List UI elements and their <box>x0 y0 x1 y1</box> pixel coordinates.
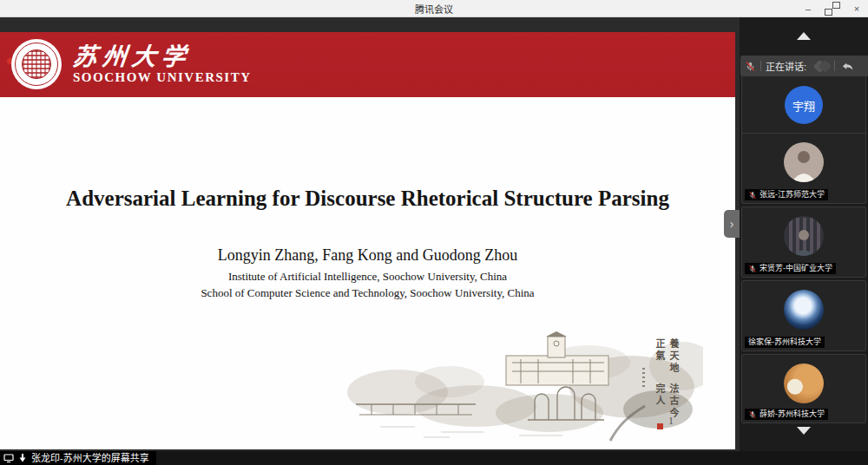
window-controls: – × <box>802 0 863 17</box>
mic-muted-icon <box>748 191 757 200</box>
scroll-up-arrow[interactable] <box>797 32 811 40</box>
participants-sidebar: 正在讲话: 宇翔 高宇翔 <box>740 17 868 451</box>
shared-screen-area: 苏州大学 SOOCHOW UNIVERSITY Adversarial Lear… <box>0 17 740 451</box>
participant-tile[interactable]: 薛娇-苏州科技大学 <box>741 354 866 423</box>
slide-affiliation-1: Institute of Artificial Intelligence, So… <box>0 270 735 284</box>
divider <box>760 61 761 71</box>
avatar: 宇翔 <box>785 86 823 124</box>
window-title: 腾讯会议 <box>415 2 453 16</box>
slide-affiliation-2: School of Computer Science and Technolog… <box>0 286 735 300</box>
monitor-icon <box>3 453 14 463</box>
chevron-right-icon: › <box>730 217 734 231</box>
participant-name: 张远-江苏师范大学 <box>760 189 825 200</box>
screen-share-indicator: 张龙印-苏州大学的屏幕共享 <box>0 451 156 465</box>
app-window: 腾讯会议 – × 苏州大学 SOOCHOW UNIVERSITY Adversa… <box>0 0 868 465</box>
motto-column-left: 法古今完人 <box>653 383 681 425</box>
campus-ink-painting <box>345 330 703 444</box>
reply-arrow-icon[interactable] <box>841 60 854 73</box>
motto-column-right: 養天地正氣 <box>653 338 681 380</box>
avatar <box>784 216 824 256</box>
sidebar-collapse-handle[interactable]: › <box>724 210 740 238</box>
participant-tile[interactable]: 张远-江苏师范大学 <box>741 133 866 204</box>
university-name-chinese: 苏州大学 <box>71 37 193 72</box>
participant-name: 宋贤芳-中国矿业大学 <box>760 263 832 274</box>
mic-muted-icon <box>748 410 757 419</box>
now-speaking-bar: 正在讲话: <box>740 56 868 76</box>
participant-name-tag: 徐家保-苏州科技大学 <box>745 337 825 348</box>
participant-name: 徐家保-苏州科技大学 <box>748 337 821 348</box>
presentation-slide: Adversarial Learning for Discourse Rheto… <box>0 97 735 449</box>
artist-signature-marks <box>642 368 645 387</box>
mic-muted-icon <box>745 61 756 72</box>
speaker-avatars-placeholder <box>815 62 830 71</box>
person-photo <box>784 142 824 182</box>
participant-name-tag: 张远-江苏师范大学 <box>745 189 828 200</box>
slide-title: Adversarial Learning for Discourse Rheto… <box>0 187 735 211</box>
avatar <box>784 142 824 182</box>
participant-tile[interactable]: 宋贤芳-中国矿业大学 <box>741 206 866 278</box>
avatar <box>784 290 824 330</box>
divider <box>834 61 835 71</box>
now-speaking-label: 正在讲话: <box>766 59 806 73</box>
share-label: 张龙印-苏州大学的屏幕共享 <box>31 451 149 465</box>
close-icon[interactable]: × <box>851 0 863 17</box>
participant-name: 薛娇-苏州科技大学 <box>760 409 825 420</box>
scroll-down-arrow[interactable] <box>797 427 811 435</box>
slide-page-number: 1 <box>668 415 674 428</box>
minimize-icon[interactable]: – <box>802 0 814 17</box>
university-name-english: SOOCHOW UNIVERSITY <box>73 70 252 85</box>
slide-authors: Longyin Zhang, Fang Kong and Guodong Zho… <box>0 246 735 265</box>
red-seal-stamp-icon <box>657 423 663 429</box>
participant-name-tag: 宋贤芳-中国矿业大学 <box>745 263 836 274</box>
arrow-down-icon <box>17 453 28 463</box>
soochow-university-seal-logo <box>11 39 62 89</box>
participant-tile[interactable]: 徐家保-苏州科技大学 <box>741 280 866 351</box>
mic-muted-icon <box>748 265 757 273</box>
window-titlebar: 腾讯会议 – × <box>0 0 868 17</box>
participant-name-tag: 薛娇-苏州科技大学 <box>745 409 828 420</box>
person-photo <box>784 216 824 256</box>
bottom-status-bar: 张龙印-苏州大学的屏幕共享 <box>0 451 868 465</box>
university-motto-calligraphy: 養天地正氣 法古今完人 <box>653 338 681 425</box>
slide-banner: 苏州大学 SOOCHOW UNIVERSITY <box>0 32 735 97</box>
avatar <box>784 363 824 403</box>
